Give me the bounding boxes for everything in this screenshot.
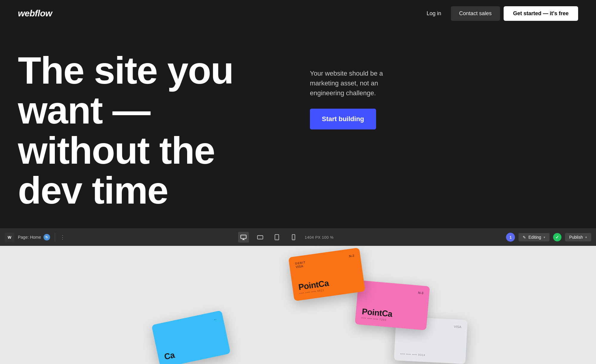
publish-chevron-icon: ▾ [585,235,587,239]
start-building-button[interactable]: Start building [310,109,376,129]
pencil-icon: ✎ [523,235,526,240]
right-actions: 1 ✎ Editing ▾ ✓ Publish ▾ [506,233,591,242]
card-arrow-icon: ← [213,317,218,322]
nav-actions: Log in Contact sales Get started — it's … [421,6,578,21]
card-number-label-pink: N-3 [418,291,423,295]
view-controls: 1404 PX 100 % [69,232,502,243]
canvas-dimensions: 1404 PX 100 % [305,235,334,240]
svg-point-2 [260,239,260,239]
card-sub-number-gray: •••• •••• •••• 9314 [400,352,460,358]
tablet-landscape-icon [257,234,263,240]
canvas-preview: DEBIT VISA N-2 PointCa •••• •••• •••• 48… [0,246,596,364]
publish-status-icon: ✓ [553,233,561,241]
designer-toolbar: W Page: Home ↻ ⋮ 1404 PX 100 % 1 ✎ Editi… [0,229,596,246]
card-brand-blue: Ca [163,340,224,362]
navbar: webflow Log in Contact sales Get started… [0,0,596,27]
mobile-view-button[interactable] [288,232,299,243]
editing-mode-button[interactable]: ✎ Editing ▾ [519,233,550,241]
page-refresh-icon[interactable]: ↻ [44,234,50,240]
svg-point-6 [293,239,294,240]
page-selector[interactable]: Page: Home ↻ [18,234,50,240]
cards-scene: DEBIT VISA N-2 PointCa •••• •••• •••• 48… [0,246,596,364]
mobile-icon [290,234,297,240]
card-blue: ← Ca [151,310,231,364]
svg-point-4 [277,239,277,240]
card-orange: DEBIT VISA N-2 PointCa •••• •••• •••• 48… [288,247,365,301]
tablet-portrait-view-button[interactable] [271,232,282,243]
tablet-portrait-icon [274,234,280,240]
card-number-label: N-2 [349,254,354,258]
desktop-view-button[interactable] [238,232,249,243]
tablet-landscape-view-button[interactable] [255,232,266,243]
card-pink: N-3 PointCa •••• •••• •••• 7203 [355,280,430,330]
get-started-button[interactable]: Get started — it's free [504,6,578,21]
webflow-logo-icon: W [5,232,14,242]
card-visa-gray: VISA [454,325,462,329]
publish-label: Publish [569,235,583,240]
hero-subtext: Your website should be a marketing asset… [310,68,393,98]
hero-headline: The site you want — without the dev time [18,51,286,211]
separator [55,233,55,242]
publish-button[interactable]: Publish ▾ [565,233,591,241]
contact-sales-button[interactable]: Contact sales [451,6,500,21]
login-button[interactable]: Log in [421,7,447,20]
page-label: Page: Home [18,235,41,240]
svg-rect-0 [240,235,246,239]
logo: webflow [18,8,52,18]
desktop-icon [240,234,247,240]
more-options-icon[interactable]: ⋮ [60,234,66,240]
collaborator-avatar: 1 [506,233,515,242]
editing-chevron-icon: ▾ [544,235,545,239]
hero-right-panel: Your website should be a marketing asset… [286,51,393,129]
hero-section: The site you want — without the dev time… [0,27,596,229]
editing-label: Editing [528,235,541,240]
